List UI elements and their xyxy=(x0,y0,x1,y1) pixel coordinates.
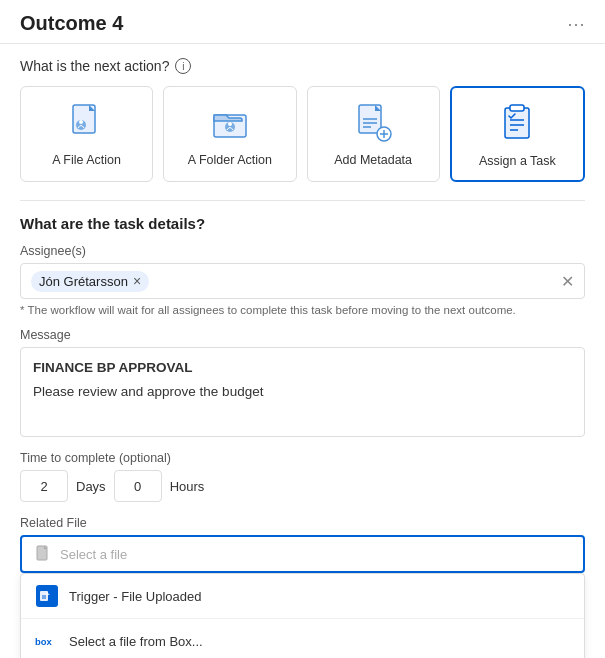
action-cards: A File Action A Folder Action xyxy=(20,86,585,182)
assignee-field[interactable]: Jón Grétarsson × ✕ xyxy=(20,263,585,299)
dropdown-item-trigger[interactable]: Trigger - File Uploaded xyxy=(21,574,584,619)
action-card-file[interactable]: A File Action xyxy=(20,86,153,182)
file-select-icon xyxy=(34,545,52,563)
more-options-icon[interactable]: ⋯ xyxy=(567,13,585,35)
hours-input[interactable] xyxy=(114,470,162,502)
action-card-task[interactable]: Assign a Task xyxy=(450,86,585,182)
folder-action-label: A Folder Action xyxy=(188,153,272,167)
file-dropdown: Trigger - File Uploaded box Select a fil… xyxy=(20,573,585,658)
file-action-label: A File Action xyxy=(52,153,121,167)
days-input[interactable] xyxy=(20,470,68,502)
days-unit-label: Days xyxy=(76,479,106,494)
next-action-label: What is the next action? i xyxy=(20,58,585,74)
hours-unit-label: Hours xyxy=(170,479,205,494)
time-label: Time to complete (optional) xyxy=(20,451,585,465)
metadata-action-label: Add Metadata xyxy=(334,153,412,167)
box-logo-icon: box xyxy=(35,629,59,653)
message-body: Please review and approve the budget xyxy=(33,382,572,402)
page-container: Outcome 4 ⋯ What is the next action? i A… xyxy=(0,0,605,658)
assignee-tag: Jón Grétarsson × xyxy=(31,271,149,292)
trigger-file-label: Trigger - File Uploaded xyxy=(69,589,201,604)
svg-rect-14 xyxy=(510,105,524,111)
svg-rect-13 xyxy=(505,108,529,138)
message-label: Message xyxy=(20,328,585,342)
action-card-folder[interactable]: A Folder Action xyxy=(163,86,296,182)
svg-point-2 xyxy=(79,120,83,124)
time-section: Time to complete (optional) Days Hours xyxy=(20,451,585,502)
related-file-field[interactable]: Select a file xyxy=(20,535,585,573)
assignee-name: Jón Grétarsson xyxy=(39,274,128,289)
related-file-label: Related File xyxy=(20,516,585,530)
next-action-section: What is the next action? i A File Action xyxy=(0,44,605,182)
action-card-metadata[interactable]: Add Metadata xyxy=(307,86,440,182)
time-inputs: Days Hours xyxy=(20,470,585,502)
svg-text:box: box xyxy=(35,636,52,647)
svg-point-5 xyxy=(228,122,232,126)
file-placeholder: Select a file xyxy=(60,547,127,562)
page-title: Outcome 4 xyxy=(20,12,123,35)
info-icon[interactable]: i xyxy=(175,58,191,74)
clear-all-button[interactable]: ✕ xyxy=(561,272,574,291)
dropdown-item-select-from-box[interactable]: box Select a file from Box... xyxy=(21,619,584,658)
select-from-box-label: Select a file from Box... xyxy=(69,634,203,649)
file-action-icon xyxy=(65,101,109,145)
message-title: FINANCE BP APPROVAL xyxy=(33,358,572,378)
metadata-action-icon xyxy=(351,101,395,145)
folder-action-icon xyxy=(208,101,252,145)
header: Outcome 4 ⋯ xyxy=(0,0,605,44)
task-action-icon xyxy=(495,102,539,146)
task-details-section: What are the task details? Assignee(s) J… xyxy=(0,201,605,658)
assignee-hint: * The workflow will wait for all assigne… xyxy=(20,304,585,316)
remove-assignee-button[interactable]: × xyxy=(133,274,141,288)
message-box[interactable]: FINANCE BP APPROVAL Please review and ap… xyxy=(20,347,585,437)
trigger-file-icon xyxy=(35,584,59,608)
assignees-label: Assignee(s) xyxy=(20,244,585,258)
related-file-section: Related File Select a file xyxy=(20,516,585,658)
task-action-label: Assign a Task xyxy=(479,154,556,168)
task-details-heading: What are the task details? xyxy=(20,215,585,232)
